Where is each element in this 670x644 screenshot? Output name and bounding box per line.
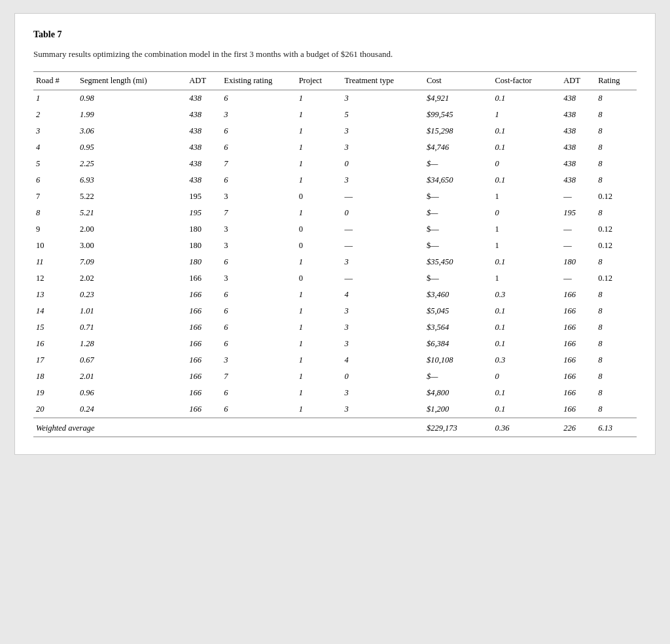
- cell-exist: 6: [221, 303, 296, 319]
- cell-cost: $34,650: [424, 172, 493, 188]
- table-row: 161.28166613$6,3840.11668: [33, 336, 637, 352]
- cell-seg: 0.95: [77, 139, 186, 156]
- cell-exist: 6: [221, 385, 296, 401]
- cell-treat: 3: [342, 336, 424, 352]
- cell-exist: 6: [221, 139, 296, 156]
- cell-seg: 0.23: [77, 287, 186, 303]
- cell-adt: 438: [186, 107, 221, 123]
- cell-treat: 4: [342, 287, 424, 303]
- cell-adt: 166: [186, 303, 221, 319]
- cell-wa-label: Weighted average: [33, 418, 424, 437]
- cell-treat: 0: [342, 205, 424, 221]
- cell-exist: 6: [221, 401, 296, 418]
- cell-adt2: 166: [561, 303, 595, 319]
- table-row: 66.93438613$34,6500.14388: [33, 172, 637, 188]
- cell-cf: 0.1: [493, 303, 561, 319]
- cell-exist: 7: [221, 156, 296, 172]
- cell-exist: 3: [221, 188, 296, 205]
- table-row: 117.09180613$35,4500.11808: [33, 254, 637, 270]
- cell-treat: 3: [342, 254, 424, 270]
- cell-wa-cost: $229,173: [424, 418, 493, 437]
- cell-treat: 3: [342, 172, 424, 188]
- cell-rating: 0.12: [595, 270, 637, 287]
- table-title: Table 7: [33, 29, 637, 40]
- table-row: 103.0018030—$—1—0.12: [33, 238, 637, 254]
- cell-adt: 180: [186, 238, 221, 254]
- cell-seg: 3.06: [77, 123, 186, 139]
- cell-adt: 438: [186, 90, 221, 107]
- cell-cost: $3,460: [424, 287, 493, 303]
- cell-adt2: 166: [561, 352, 595, 368]
- cell-cost: $—: [424, 368, 493, 385]
- cell-adt2: 166: [561, 287, 595, 303]
- cell-cf: 1: [493, 221, 561, 238]
- cell-proj: 1: [296, 385, 342, 401]
- cell-rating: 8: [595, 319, 637, 336]
- cell-treat: 3: [342, 385, 424, 401]
- cell-cf: 1: [493, 270, 561, 287]
- cell-adt2: 438: [561, 107, 595, 123]
- cell-adt2: —: [561, 221, 595, 238]
- cell-treat: 3: [342, 123, 424, 139]
- cell-adt: 166: [186, 368, 221, 385]
- table-row: 182.01166710$—01668: [33, 368, 637, 385]
- table-header-row: Road # Segment length (mi) ADT Existing …: [33, 72, 637, 90]
- cell-cf: 1: [493, 238, 561, 254]
- cell-seg: 5.22: [77, 188, 186, 205]
- cell-adt2: 438: [561, 90, 595, 107]
- table-row: 40.95438613$4,7460.14388: [33, 139, 637, 156]
- cell-proj: 1: [296, 205, 342, 221]
- cell-cf: 0.1: [493, 139, 561, 156]
- cell-treat: 3: [342, 401, 424, 418]
- cell-road: 14: [33, 303, 77, 319]
- cell-cf: 0.1: [493, 385, 561, 401]
- cell-seg: 6.93: [77, 172, 186, 188]
- cell-rating: 8: [595, 123, 637, 139]
- cell-exist: 3: [221, 352, 296, 368]
- cell-cost: $6,384: [424, 336, 493, 352]
- cell-exist: 3: [221, 107, 296, 123]
- cell-cost: $10,108: [424, 352, 493, 368]
- cell-rating: 8: [595, 303, 637, 319]
- col-header-cf: Cost-factor: [493, 72, 561, 90]
- cell-adt: 166: [186, 336, 221, 352]
- cell-wa-adt: 226: [561, 418, 595, 437]
- table-row: 92.0018030—$—1—0.12: [33, 221, 637, 238]
- cell-wa-cf: 0.36: [493, 418, 561, 437]
- cell-treat: 5: [342, 107, 424, 123]
- cell-exist: 6: [221, 254, 296, 270]
- cell-rating: 8: [595, 385, 637, 401]
- cell-adt: 195: [186, 188, 221, 205]
- cell-cf: 0: [493, 156, 561, 172]
- cell-road: 6: [33, 172, 77, 188]
- cell-adt: 166: [186, 401, 221, 418]
- cell-exist: 6: [221, 90, 296, 107]
- cell-road: 13: [33, 287, 77, 303]
- cell-exist: 6: [221, 287, 296, 303]
- cell-cf: 0.1: [493, 123, 561, 139]
- cell-exist: 7: [221, 368, 296, 385]
- cell-rating: 8: [595, 254, 637, 270]
- cell-proj: 1: [296, 303, 342, 319]
- cell-cf: 0.3: [493, 352, 561, 368]
- cell-road: 11: [33, 254, 77, 270]
- cell-proj: 1: [296, 123, 342, 139]
- table-row: 122.0216630—$—1—0.12: [33, 270, 637, 287]
- table-row: 130.23166614$3,4600.31668: [33, 287, 637, 303]
- col-header-seg: Segment length (mi): [77, 72, 186, 90]
- cell-adt: 438: [186, 123, 221, 139]
- cell-adt: 438: [186, 156, 221, 172]
- cell-treat: 3: [342, 303, 424, 319]
- cell-cf: 0.1: [493, 336, 561, 352]
- cell-proj: 1: [296, 336, 342, 352]
- cell-road: 9: [33, 221, 77, 238]
- cell-rating: 8: [595, 287, 637, 303]
- cell-road: 20: [33, 401, 77, 418]
- cell-road: 7: [33, 188, 77, 205]
- cell-proj: 1: [296, 172, 342, 188]
- cell-exist: 6: [221, 172, 296, 188]
- table-row: 190.96166613$4,8000.11668: [33, 385, 637, 401]
- bottom-border-cell: [33, 437, 637, 438]
- table-row: 21.99438315$99,54514388: [33, 107, 637, 123]
- cell-cf: 1: [493, 107, 561, 123]
